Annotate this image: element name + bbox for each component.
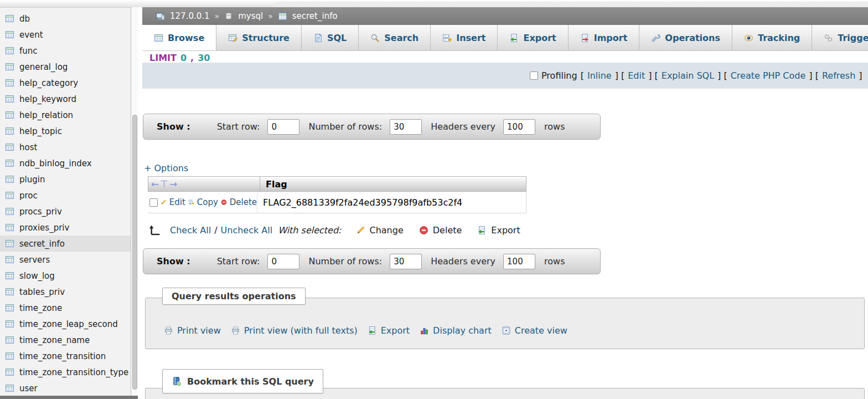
profiling-segment: Inline — [587, 70, 612, 81]
profiling-segment: Explain SQL — [662, 70, 714, 81]
sidebar-item-procs-priv[interactable]: procs_priv — [0, 203, 131, 219]
sidebar-item-time-zone-leap-second[interactable]: time_zone_leap_second — [0, 316, 131, 332]
sidebar-item-label: servers — [19, 255, 50, 265]
pencil-icon — [161, 198, 167, 207]
sidebar-item-time-zone-name[interactable]: time_zone_name — [0, 332, 131, 348]
table-icon — [5, 110, 14, 120]
sidebar-item-time-zone-transition[interactable]: time_zone_transition — [0, 348, 131, 364]
headers-every-input[interactable] — [503, 119, 535, 135]
sidebar-item-db[interactable]: db — [0, 11, 131, 27]
sidebar-item-label: slow_log — [19, 271, 55, 281]
sidebar-item-label: func — [19, 46, 38, 56]
row-edit-link[interactable]: Edit — [169, 197, 185, 207]
query-ops-links: Print view Print view (with full texts) … — [164, 323, 577, 337]
query-op-create-view[interactable]: Create view — [502, 325, 567, 336]
start-row-input[interactable] — [267, 254, 299, 269]
column-nav-arrows[interactable]: ←⊤→ — [148, 177, 260, 191]
sidebar-item-help-category[interactable]: help_category — [0, 75, 131, 91]
tab-label: Export — [523, 33, 556, 43]
profiling-checkbox[interactable] — [530, 71, 538, 80]
query-op-print-view[interactable]: Print view — [164, 325, 221, 336]
sidebar-item-proc[interactable]: proc — [0, 187, 131, 203]
sidebar-item-host[interactable]: host — [0, 139, 131, 155]
sidebar-item-servers[interactable]: servers — [0, 252, 131, 268]
show-label: Show : — [157, 121, 190, 132]
tab-icon — [744, 33, 753, 43]
tab-browse[interactable]: Browse — [142, 25, 216, 50]
query-op-label: Export — [381, 325, 410, 336]
sidebar-item-help-relation[interactable]: help_relation — [0, 107, 131, 123]
sidebar-item-func[interactable]: func — [0, 43, 131, 59]
tab-export[interactable]: Export — [498, 25, 568, 50]
start-row-input[interactable] — [267, 119, 299, 135]
pagination-panel-top: Show : Start row: Number of rows: Header… — [143, 114, 601, 140]
table-icon — [5, 223, 14, 232]
with-selected-delete[interactable]: Delete — [419, 225, 462, 236]
num-rows-input[interactable] — [390, 254, 422, 269]
tab-structure[interactable]: Structure — [216, 25, 302, 50]
tab-label: Structure — [242, 33, 290, 43]
server-icon — [156, 12, 165, 21]
query-op-icon — [231, 326, 240, 335]
tab-operations[interactable]: Operations — [639, 25, 732, 50]
sidebar-scrollbar-thumb[interactable] — [132, 115, 137, 390]
tab-icon — [824, 33, 833, 43]
sidebar-item-time-zone-transition-type[interactable]: time_zone_transition_type — [0, 364, 131, 380]
tab-label: Triggers — [838, 33, 868, 43]
num-rows-label: Number of rows: — [308, 256, 382, 267]
headers-every-input[interactable] — [503, 254, 535, 269]
sidebar-item-plugin[interactable]: plugin — [0, 171, 131, 187]
sidebar-item-secret-info[interactable]: secret_info — [0, 236, 131, 252]
sidebar-item-event[interactable]: event — [0, 27, 131, 43]
delete-icon — [221, 198, 227, 207]
sidebar-item-label: proxies_priv — [19, 223, 69, 233]
check-all-link[interactable]: Check All — [170, 225, 211, 236]
row-copy-link[interactable]: Copy — [197, 197, 218, 207]
sidebar-item-proxies-priv[interactable]: proxies_priv — [0, 219, 131, 236]
sidebar-item-slow-log[interactable]: slow_log — [0, 268, 131, 284]
sidebar-item-label: help_keyword — [19, 94, 76, 104]
tab-sql[interactable]: SQL — [302, 25, 359, 50]
row-checkbox[interactable] — [149, 198, 158, 207]
table-icon — [5, 126, 14, 136]
sidebar-item-label: proc — [19, 191, 38, 201]
sidebar-bottom-bar — [0, 396, 138, 399]
with-selected-change[interactable]: Change — [356, 225, 404, 236]
query-op-print-view-with-full-texts-[interactable]: Print view (with full texts) — [231, 325, 358, 336]
options-toggle[interactable]: + Options — [144, 163, 188, 173]
breadcrumb-table[interactable]: secret_info — [292, 11, 338, 21]
sidebar-item-tables-priv[interactable]: tables_priv — [0, 284, 131, 300]
tab-insert[interactable]: Insert — [431, 25, 498, 50]
profiling-segment: Create PHP Code — [731, 70, 806, 81]
uncheck-all-link[interactable]: Uncheck All — [221, 225, 273, 236]
tab-import[interactable]: Import — [569, 25, 640, 50]
profiling-segment: [ — [581, 70, 584, 81]
query-op-export[interactable]: Export — [368, 325, 410, 336]
breadcrumb-server[interactable]: 127.0.0.1 — [170, 11, 210, 21]
tab-tracking[interactable]: Tracking — [732, 25, 812, 50]
sidebar-item-label: general_log — [19, 62, 68, 72]
sidebar-item-time-zone[interactable]: time_zone — [0, 300, 131, 316]
sidebar-item-ndb-binlog-index[interactable]: ndb_binlog_index — [0, 155, 131, 171]
profiling-segment: Refresh — [822, 70, 855, 81]
sidebar-item-label: help_topic — [19, 126, 62, 136]
row-delete-link[interactable]: Delete — [230, 197, 257, 207]
sidebar-item-user[interactable]: user — [0, 380, 131, 396]
query-op-label: Print view (with full texts) — [244, 325, 358, 336]
sidebar-item-general-log[interactable]: general_log — [0, 59, 131, 75]
with-selected-export[interactable]: Export — [477, 225, 520, 236]
tab-search[interactable]: Search — [359, 25, 431, 50]
table-icon — [5, 367, 14, 377]
tab-icon — [651, 33, 660, 43]
query-op-display-chart[interactable]: Display chart — [420, 325, 492, 336]
breadcrumb-database[interactable]: mysql — [238, 11, 263, 21]
sidebar-item-help-topic[interactable]: help_topic — [0, 123, 131, 139]
tab-triggers[interactable]: Triggers — [812, 25, 868, 50]
pagination-panel-bottom: Show : Start row: Number of rows: Header… — [143, 248, 601, 274]
database-icon — [224, 12, 233, 21]
tab-label: Insert — [456, 33, 485, 43]
num-rows-input[interactable] — [390, 119, 422, 135]
sql-limit-count: 30 — [198, 53, 210, 63]
sidebar-item-help-keyword[interactable]: help_keyword — [0, 91, 131, 107]
column-header-flag[interactable]: Flag — [260, 177, 526, 191]
